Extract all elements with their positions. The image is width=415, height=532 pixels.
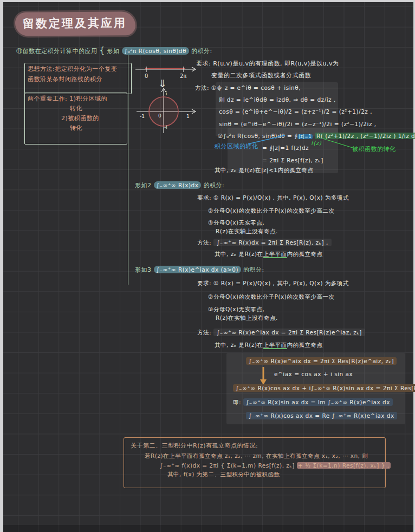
sec3-req-1: 要求: ① R(x) = P(x)/Q(x) , 其中, P(x), Q(x) … — [197, 280, 349, 287]
sec2-note-post: 内的孤立奇点 — [287, 251, 323, 257]
sec2-method-label: 方法: — [197, 239, 211, 246]
derivation-row-2: ∫₋∞⁺∞ R(x)cos ax dx + i∫₋∞⁺∞ R(x)sin ax … — [233, 384, 415, 392]
label-neg1: -1 — [140, 114, 145, 119]
tick-label-zero: 0 — [145, 73, 148, 79]
sec1-req-2: 变量的二次多项式函数或者分式函数 — [211, 71, 311, 80]
page-title: 留数定理及其应用 — [15, 11, 135, 36]
sec3-note-pre: 其中, zₖ 是R(z)在 — [215, 341, 263, 348]
derivation-row-4: ∫₋∞⁺∞ R(x)cos ax dx = Re ∫₋∞⁺∞ R(x)e^iax… — [246, 412, 397, 419]
sec1-note: 其中, zₖ 是f(z)在|z|<1内的孤立奇点 — [215, 167, 313, 174]
bottom-line-3: ∫₋∞⁺∞ f(x)dx = 2πi { Σ(k=1,m) Res[f(z), … — [160, 462, 385, 469]
sec2-req-4: R(z)在实轴上没有奇点. — [216, 228, 278, 235]
sec3-note-post: 内的孤立奇点 — [287, 341, 323, 348]
euler-identity-label: e^iax = cos ax + i sin ax — [274, 371, 353, 377]
derivation-row-3-formula: ∫₋∞⁺∞ R(x)sin ax dx = Im ∫₋∞⁺∞ R(x)e^iax… — [243, 398, 393, 406]
sec3-method-formula: ∫₋∞⁺∞ R(x)e^iax dx = 2πi Σ Res[R(z)e^iaz… — [213, 329, 365, 336]
sec1-method-3: cosθ = (e^iθ+e^−iθ)/2 = (z+z⁻¹)/2 = (z²+… — [219, 108, 372, 115]
unit-circle — [149, 97, 178, 126]
idea-line-1: 思想方法:把定积分化为一个复变 — [28, 65, 128, 73]
sec2-req-2: ②分母Q(x)的次数比分子P(x)的次数至少高二次 — [208, 207, 334, 215]
tick-label-2pi: 2π — [180, 73, 186, 79]
sec1-contour-highlight: |z|=1 — [297, 134, 313, 139]
sec1-method-4: sinθ = (e^iθ−e^−iθ)/2i = (z−z⁻¹)/2i = (z… — [219, 121, 377, 127]
idea-box: 思想方法:把定积分化为一个复变 函数沿某条封闭路线的积分 — [24, 63, 132, 94]
bottom-line-2: 若R(z)在上半平面有孤立奇点 z₁, z₂, ⋯ zm, 在实轴上有孤立奇点 … — [145, 452, 385, 460]
sec2-req-1: 要求: ① R(x) = P(x)/Q(x) , 其中, P(x), Q(x) … — [197, 194, 349, 202]
region-transform-annotation: 积分区域的转化 — [215, 142, 258, 150]
bottom-line-4: 其中, f(x) 为第二、三型积分中的被积函数 — [167, 471, 385, 478]
tasks-box: 两个重要工作: 1)积分区域的 转化 2)被积函数的 转化 — [24, 93, 127, 145]
heading-suffix: 的积分: — [191, 48, 212, 55]
sec3-header-prefix: 形如3 — [135, 266, 152, 273]
heading-brace: { — [100, 45, 105, 55]
sec3-req-3: ③分母Q(x)无实零点, — [208, 306, 264, 313]
down-arrow-icon: ⇓ — [158, 77, 167, 89]
sec3-method-label: 方法: — [197, 329, 211, 336]
sec3-header: 形如3 ∫₋∞⁺∞ R(x)e^iax dx (a>0) 的积分: — [135, 266, 264, 274]
sec1-transform-pre: ②∫₀²π R(cosθ, sinθ)dθ = ∮ — [218, 133, 297, 139]
sec3-note-underlined: 上半平面 — [263, 341, 287, 349]
bottom-line-3-pre: ∫₋∞⁺∞ f(x)dx = 2πi { Σ(k=1,m) Res[f(z), … — [160, 462, 295, 469]
tasks-line-2: 转化 — [28, 104, 124, 113]
sec1-transform-line: ②∫₀²π R(cosθ, sinθ)dθ = ∮|z|=1 R( (z²+1)… — [218, 133, 415, 139]
sec2-req-3: ③分母Q(x)无实零点, — [208, 219, 264, 227]
unit-circle-diagram: 0 2π ⇓ i -1 0 1 -i — [132, 61, 204, 137]
diagram-svg: 0 2π ⇓ i -1 0 1 -i — [132, 61, 204, 137]
sec2-header-suffix: 的积分: — [203, 182, 224, 189]
sec2-method: 方法: ∫₋∞⁺∞ R(x)dx = 2πi Σ Res[R(z), zₖ] , — [197, 239, 332, 247]
derivation-row-3-label: 即: — [233, 399, 241, 405]
note-page-canvas[interactable]: 留数定理及其应用 ⑪留数在定积分计算中的应用 { 形如 ∫₀²π R(cosθ,… — [3, 2, 413, 532]
heading-integral-highlight: ∫₀²π R(cosθ, sinθ)dθ — [122, 47, 189, 55]
derivation-row-1: ∫₋∞⁺∞ R(x)e^aix dx = 2πi Σ Res[R(z)e^aiz… — [246, 357, 397, 365]
sec3-header-highlight: ∫₋∞⁺∞ R(x)e^iax dx (a>0) — [154, 266, 242, 273]
tasks-line-4: 转化 — [28, 124, 124, 132]
singularity-note-box: 关于第二、三型积分中R(z)有孤立奇点的情况: 若R(z)在上半平面有孤立奇点 … — [124, 437, 386, 488]
label-negi: -i — [164, 124, 167, 130]
bottom-line-1: 关于第二、三型积分中R(z)有孤立奇点的情况: — [131, 442, 385, 450]
sec2-method-formula: ∫₋∞⁺∞ R(x)dx = 2πi Σ Res[R(z), zₖ] , — [213, 239, 332, 246]
sec2-header-prefix: 形如2 — [135, 182, 152, 189]
sec1-method-1: 方法: ①令 z = e^iθ = cosθ + isinθ, — [195, 84, 301, 92]
heading-prefix: 形如 — [107, 48, 120, 55]
bottom-line-3-highlight: + ½ Σ(k=1,n) Res[f(z), xₖ] } , — [297, 462, 391, 469]
page-bottom-shade — [3, 525, 413, 532]
derivation-row-3: 即: ∫₋∞⁺∞ R(x)sin ax dx = Im ∫₋∞⁺∞ R(x)e^… — [233, 399, 393, 406]
sec3-req-2: ②分母Q(x)的次数比分子P(x)的次数至少高一次 — [208, 293, 334, 301]
fz-label: f(z) — [311, 140, 321, 146]
sec3-req-4: R(z)在实轴上没有奇点. — [216, 314, 278, 322]
sec2-header: 形如2 ∫₋∞⁺∞ R(x)dx 的积分: — [135, 181, 224, 189]
heading-main: ⑪留数在定积分计算中的应用 — [16, 48, 98, 55]
sec1-integrand-highlight: R( (z²+1)/2z , (z²−1)/2iz ) 1/iz dz — [315, 133, 415, 139]
sec2-header-highlight: ∫₋∞⁺∞ R(x)dx — [154, 181, 202, 189]
sec2-note-underlined: 上半平面 — [263, 251, 287, 258]
integrand-transform-annotation: 被积函数的转化 — [352, 145, 396, 153]
tasks-line-3: 2)被积函数的 — [28, 114, 124, 122]
sec1-req-1: 要求: R(u,v)是u,v的有理函数, 即R(u,v)是以u,v为 — [196, 60, 339, 68]
sec3-header-suffix: 的积分: — [243, 266, 264, 273]
sec2-note-pre: 其中, zₖ 是R(z)在 — [215, 251, 263, 257]
sec1-method-2: 则 dz = ie^iθdθ = izdθ, ⇒ dθ = dz/iz , — [219, 96, 336, 104]
label-1: 1 — [186, 114, 190, 119]
sec1-eq-fz: = ∮|z|=1 f(z)dz — [262, 145, 309, 151]
idea-line-2: 函数沿某条封闭路线的积分 — [28, 75, 128, 83]
sec1-eq-residue: = 2πi Σ Res[f(z), zₖ] — [262, 157, 323, 163]
label-origin: 0 — [158, 113, 161, 119]
tasks-line-1: 两个重要工作: 1)积分区域的 — [28, 95, 124, 103]
sec3-method: 方法: ∫₋∞⁺∞ R(x)e^iax dx = 2πi Σ Res[R(z)e… — [197, 329, 365, 337]
section-heading: ⑪留数在定积分计算中的应用 { 形如 ∫₀²π R(cosθ, sinθ)dθ … — [16, 45, 212, 55]
sec3-note: 其中, zₖ 是R(z)在上半平面内的孤立奇点 — [215, 341, 323, 349]
label-i: i — [166, 91, 167, 96]
notes-app-background: { "title": { "text": "留数定理及其应用" }, "head… — [0, 0, 415, 532]
sec2-note: 其中, zₖ 是R(z)在上半平面内的孤立奇点 — [215, 251, 323, 258]
